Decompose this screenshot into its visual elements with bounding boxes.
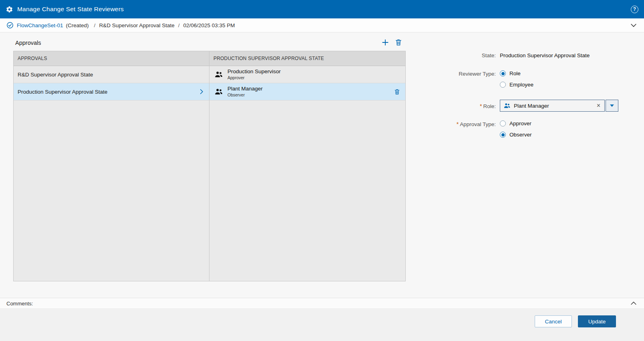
reviewer-form-panel: State: Production Supervisor Approval St… bbox=[452, 52, 628, 138]
reviewer-approval-type: Approver bbox=[227, 75, 281, 81]
reviewer-type-label: Reviewer Type: bbox=[452, 70, 496, 77]
breadcrumb-separator: / bbox=[94, 22, 96, 28]
radio-approver[interactable] bbox=[500, 120, 506, 126]
reviewer-type-field: Reviewer Type: Role Employee bbox=[452, 70, 628, 88]
required-asterisk: * bbox=[457, 121, 459, 127]
add-reviewer-plus-icon[interactable] bbox=[381, 38, 389, 46]
reviewer-type-radio-group: Role Employee bbox=[500, 70, 533, 88]
approval-type-radio-group: Approver Observer bbox=[500, 120, 532, 138]
approval-type-label-text: Approval Type: bbox=[460, 121, 496, 127]
approvals-column: APPROVALS R&D Supervisor Approval State … bbox=[14, 51, 209, 281]
titlebar: Manage Change Set State Reviewers bbox=[0, 0, 644, 18]
column-header-reviewer-state: PRODUCTION SUPERVISOR APPROVAL STATE bbox=[209, 51, 405, 66]
reviewers-column: PRODUCTION SUPERVISOR APPROVAL STATE Pro… bbox=[209, 51, 405, 281]
approval-type-label: *Approval Type: bbox=[452, 120, 496, 127]
radio-employee[interactable] bbox=[500, 82, 506, 88]
reviewer-type-option-employee[interactable]: Employee bbox=[500, 82, 533, 88]
manage-change-set-window: Manage Change Set State Reviewers FlowCh… bbox=[0, 0, 644, 341]
breadcrumb-timestamp: 02/06/2025 03:35 PM bbox=[183, 22, 235, 28]
role-combobox[interactable]: Plant Manager bbox=[500, 100, 618, 112]
row-trash-icon[interactable] bbox=[394, 88, 400, 95]
column-header-approvals: APPROVALS bbox=[14, 51, 209, 66]
radio-approver-label: Approver bbox=[509, 120, 531, 126]
radio-role-label: Role bbox=[509, 70, 521, 76]
required-asterisk: * bbox=[480, 103, 482, 109]
state-row-selected[interactable]: Production Supervisor Approval State bbox=[14, 83, 209, 100]
role-combobox-field[interactable]: Plant Manager bbox=[500, 100, 605, 112]
help-icon[interactable] bbox=[631, 6, 638, 13]
role-dropdown-button[interactable] bbox=[606, 100, 618, 112]
people-icon bbox=[214, 70, 223, 79]
role-people-icon bbox=[503, 102, 511, 109]
dropdown-arrow-icon bbox=[610, 104, 614, 107]
breadcrumb-separator: / bbox=[178, 22, 180, 28]
approvals-toolbar bbox=[381, 38, 402, 46]
breadcrumb: FlowChangeSet-01 (Created) / R&D Supervi… bbox=[0, 18, 644, 32]
approvals-table: APPROVALS R&D Supervisor Approval State … bbox=[13, 51, 406, 281]
approval-type-option-observer[interactable]: Observer bbox=[500, 132, 532, 138]
approval-type-option-approver[interactable]: Approver bbox=[500, 120, 532, 126]
reviewer-name: Plant Manager bbox=[227, 85, 263, 92]
comments-label: Comments: bbox=[6, 301, 33, 307]
radio-observer-label: Observer bbox=[509, 132, 532, 138]
changeset-link[interactable]: FlowChangeSet-01 bbox=[17, 22, 63, 28]
cancel-button[interactable]: Cancel bbox=[535, 315, 572, 327]
reviewer-name: Production Supervisor bbox=[227, 68, 281, 75]
role-field: *Role: Plant Manager bbox=[452, 100, 628, 112]
comments-collapse-chevron-up-icon[interactable] bbox=[630, 299, 638, 307]
state-label: State: bbox=[452, 52, 496, 58]
breadcrumb-state-name: R&D Supervisor Approval State bbox=[99, 22, 174, 28]
approval-type-field: *Approval Type: Approver Observer bbox=[452, 120, 628, 138]
reviewer-row[interactable]: Production Supervisor Approver bbox=[209, 66, 405, 83]
role-clear-icon[interactable] bbox=[596, 102, 601, 109]
state-row[interactable]: R&D Supervisor Approval State bbox=[14, 66, 209, 83]
role-label: *Role: bbox=[452, 102, 496, 109]
state-row-label: R&D Supervisor Approval State bbox=[18, 72, 93, 78]
footer: Cancel Update bbox=[0, 309, 644, 341]
reviewer-approval-type: Observer bbox=[227, 92, 263, 98]
reviewer-type-option-role[interactable]: Role bbox=[500, 70, 533, 76]
radio-role[interactable] bbox=[500, 70, 506, 76]
collapse-chevron-down-icon[interactable] bbox=[630, 21, 638, 29]
delete-reviewer-trash-icon[interactable] bbox=[394, 38, 402, 46]
radio-observer[interactable] bbox=[500, 132, 506, 138]
gear-icon bbox=[6, 6, 13, 13]
comments-bar[interactable]: Comments: bbox=[0, 298, 644, 309]
state-value: Production Supervisor Approval State bbox=[500, 52, 590, 58]
update-button[interactable]: Update bbox=[578, 315, 616, 327]
chevron-right-icon bbox=[198, 88, 205, 95]
people-icon bbox=[214, 87, 223, 96]
check-circle-icon bbox=[6, 22, 14, 29]
radio-employee-label: Employee bbox=[509, 82, 533, 88]
reviewer-row-selected[interactable]: Plant Manager Observer bbox=[209, 83, 405, 100]
approvals-section-title: Approvals bbox=[15, 40, 41, 46]
role-label-text: Role: bbox=[483, 103, 496, 109]
state-row-field: State: Production Supervisor Approval St… bbox=[452, 52, 628, 58]
role-value: Plant Manager bbox=[514, 103, 593, 109]
changeset-status: (Created) bbox=[66, 22, 89, 28]
state-row-label: Production Supervisor Approval State bbox=[18, 89, 107, 95]
page-title: Manage Change Set State Reviewers bbox=[17, 6, 124, 13]
